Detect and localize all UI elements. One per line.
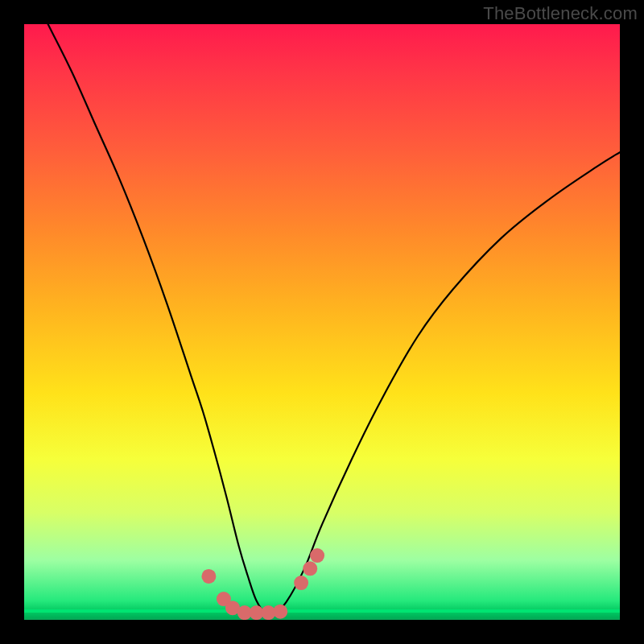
marker-dot	[273, 605, 287, 619]
curve-layer	[48, 24, 620, 614]
marker-dot	[303, 561, 317, 576]
outer-frame: TheBottleneck.com	[0, 0, 644, 644]
marker-dot	[294, 576, 308, 590]
marker-dot	[201, 569, 216, 584]
markers-layer	[201, 548, 324, 620]
bottleneck-curve-path	[48, 24, 620, 614]
plot-area	[24, 24, 620, 620]
marker-dot	[310, 548, 324, 563]
watermark-text: TheBottleneck.com	[483, 3, 638, 24]
chart-svg	[24, 24, 620, 620]
